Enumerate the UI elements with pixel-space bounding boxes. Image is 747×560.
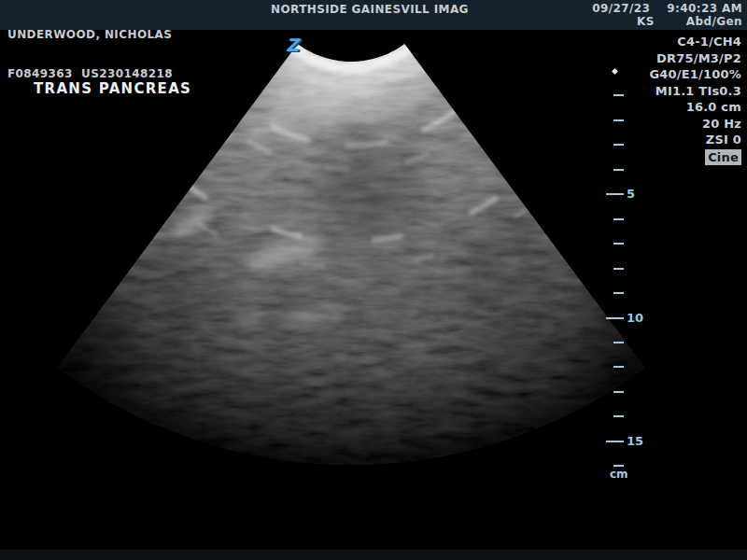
orientation-logo-icon: Z <box>286 35 299 55</box>
gain-setting: G40/E1/100% <box>649 66 741 83</box>
transducer-mode: C4-1/CH4 <box>649 34 741 50</box>
mi-ti-readout: MI1.1 TIs0.3 <box>649 83 741 100</box>
fan-texture <box>0 0 747 476</box>
bottom-bar <box>0 550 747 560</box>
dynamic-range-setting: DR75/M3/P2 <box>649 50 741 67</box>
settings-panel: C4-1/CH4 DR75/M3/P2 G40/E1/100% MI1.1 TI… <box>649 34 741 165</box>
depth-readout: 16.0 cm <box>649 99 741 116</box>
frame-rate-readout: 20 Hz <box>649 116 741 133</box>
zsi-readout: ZSI 0 <box>649 132 741 148</box>
image-annotation-label: TRANS PANCREAS <box>34 80 191 97</box>
cine-indicator[interactable]: Cine <box>705 149 741 166</box>
ultrasound-screen: UNDERWOOD, NICHOLAS F0849363 US230148218… <box>0 0 747 560</box>
